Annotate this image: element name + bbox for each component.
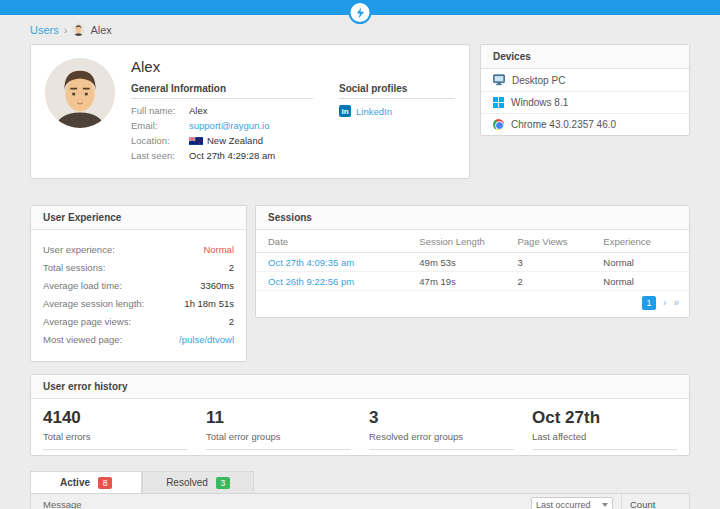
tab-active[interactable]: Active 8 (30, 471, 142, 493)
resolved-count-badge: 3 (216, 477, 230, 489)
ux-row-session-length: Average session length: 1h 18m 51s (43, 298, 234, 309)
error-history-card: User error history 4140 Total errors 11 … (30, 374, 690, 456)
social-profiles-title: Social profiles (339, 83, 455, 99)
chevron-down-icon (602, 503, 608, 507)
lightning-bolt-icon (354, 7, 366, 19)
chrome-icon (493, 119, 504, 130)
error-history-title: User error history (31, 375, 689, 399)
session-row: Oct 27th 4:09:35 am 49m 53s 3 Normal (256, 253, 689, 272)
linkedin-row: LinkedIn (339, 105, 455, 117)
stat-total-error-groups: 11 Total error groups (206, 408, 351, 450)
profile-card: Alex General Information Full name: Alex… (30, 44, 470, 179)
ux-experience-value: Normal (203, 244, 234, 255)
last-page-icon[interactable]: » (673, 298, 679, 308)
ux-row-load-time: Average load time: 3360ms (43, 280, 234, 291)
sessions-table-header: Date Session Length Page Views Experienc… (256, 230, 689, 253)
most-viewed-page-link[interactable]: /pulse/dtvowl (179, 334, 234, 345)
general-info-title: General Information (131, 83, 313, 99)
field-email: Email: support@raygun.io (131, 120, 313, 131)
user-experience-card: User Experience User experience: Normal … (30, 205, 247, 362)
stat-total-errors: 4140 Total errors (43, 408, 188, 450)
error-tabs: Active 8 Resolved 3 (30, 471, 690, 493)
field-last-seen: Last seen: Oct 27th 4:29:28 am (131, 150, 313, 161)
linkedin-link[interactable]: LinkedIn (356, 106, 392, 117)
linkedin-icon (339, 105, 351, 117)
user-avatar (45, 58, 115, 128)
session-row: Oct 26th 9:22:56 pm 47m 19s 2 Normal (256, 272, 689, 291)
devices-title: Devices (481, 45, 689, 69)
sessions-pagination: 1 › » (256, 291, 689, 317)
active-count-badge: 8 (98, 477, 112, 489)
error-table: Message Last occurred Count t.getAttribu… (30, 493, 690, 509)
breadcrumb-separator-icon: › (64, 24, 68, 36)
ux-row-most-viewed: Most viewed page: /pulse/dtvowl (43, 334, 234, 345)
sessions-title: Sessions (256, 206, 689, 230)
devices-card: Devices Desktop PC (480, 44, 690, 136)
last-occurred-sort-dropdown[interactable]: Last occurred (531, 497, 613, 509)
session-date-link[interactable]: Oct 26th 9:22:56 pm (268, 276, 354, 287)
tab-resolved[interactable]: Resolved 3 (142, 471, 254, 493)
ux-row-page-views: Average page views: 2 (43, 316, 234, 327)
page-1-button[interactable]: 1 (642, 296, 656, 310)
sessions-card: Sessions Date Session Length Page Views … (255, 205, 690, 318)
breadcrumb-current: Alex (90, 24, 111, 36)
device-row-desktop: Desktop PC (481, 69, 689, 92)
device-row-browser: Chrome 43.0.2357 46.0 (481, 114, 689, 135)
stat-last-affected: Oct 27th Last affected (532, 408, 677, 450)
field-location: Location: (131, 135, 313, 146)
error-table-header: Message Last occurred Count (31, 494, 689, 509)
email-link[interactable]: support@raygun.io (189, 120, 269, 131)
nz-flag-icon (189, 137, 203, 145)
breadcrumb-users-link[interactable]: Users (30, 24, 59, 36)
windows-icon (493, 97, 504, 108)
ux-row-sessions: Total sessions: 2 (43, 262, 234, 273)
user-experience-title: User Experience (31, 206, 246, 230)
user-profile-page: Users › Alex (0, 0, 720, 509)
session-date-link[interactable]: Oct 27th 4:09:35 am (268, 257, 354, 268)
stat-resolved-error-groups: 3 Resolved error groups (369, 408, 514, 450)
field-full-name: Full name: Alex (131, 105, 313, 116)
raygun-logo[interactable] (349, 1, 372, 24)
ux-row-experience: User experience: Normal (43, 244, 234, 255)
device-row-os: Windows 8.1 (481, 92, 689, 114)
desktop-icon (493, 74, 505, 86)
breadcrumb-avatar (72, 23, 85, 36)
next-page-icon[interactable]: › (663, 298, 666, 308)
profile-name: Alex (131, 58, 455, 75)
